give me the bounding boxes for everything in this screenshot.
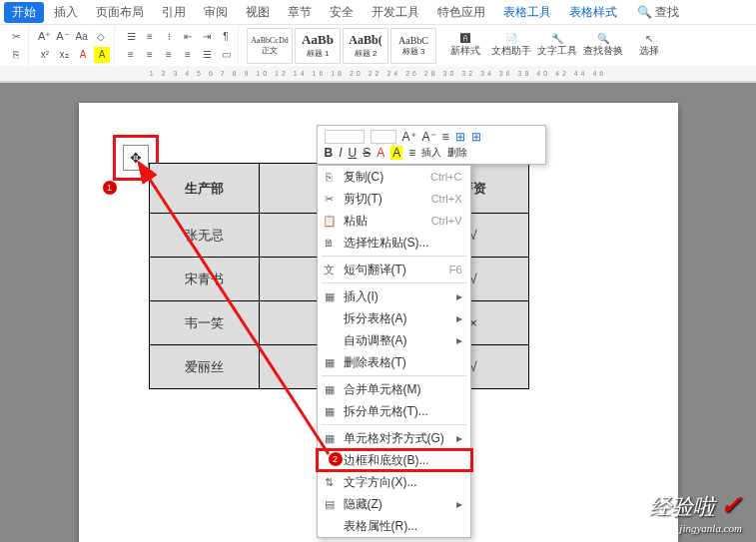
ctx-separator <box>322 375 466 376</box>
tab-bar: 开始 插入 页面布局 引用 审阅 视图 章节 安全 开发工具 特色应用 表格工具… <box>0 0 756 24</box>
new-style-button[interactable]: 🅰 新样式 <box>444 26 486 66</box>
font-shrink-icon[interactable]: A⁻ <box>422 130 436 144</box>
tab-review[interactable]: 审阅 <box>196 2 236 23</box>
ctx-insert[interactable]: ▦插入(I)▸ <box>318 285 470 307</box>
highlight-icon[interactable]: A <box>94 47 110 63</box>
cell-name-2[interactable]: 宋青书 <box>149 258 259 301</box>
list-icon[interactable]: ≡ <box>442 130 449 144</box>
font-size-down[interactable]: A⁻ <box>55 29 70 45</box>
mini-insert[interactable]: 插入 <box>421 146 441 160</box>
mini-delete[interactable]: 删除 <box>447 146 467 160</box>
ctx-delete-table[interactable]: ▦删除表格(T) <box>318 351 470 373</box>
indent-dec-icon[interactable]: ⇤ <box>180 29 196 45</box>
ctx-split-table[interactable]: 拆分表格(A)▸ <box>318 307 470 329</box>
ctx-merge-cells[interactable]: ▦合并单元格(M) <box>318 378 470 400</box>
strike-icon[interactable]: S <box>363 146 371 160</box>
grp-styles: AaBbCcDd正文 AaBb标题 1 AaBb(标题 2 AaBbC标题 3 <box>243 26 440 66</box>
table-grid2-icon[interactable]: ⊞ <box>471 130 481 144</box>
shading-icon[interactable]: ▭ <box>218 47 234 63</box>
font-grow-icon[interactable]: A⁺ <box>402 130 416 144</box>
tab-layout[interactable]: 页面布局 <box>88 2 152 23</box>
cell-name-3[interactable]: 韦一笑 <box>149 301 259 345</box>
style-h1[interactable]: AaBb标题 1 <box>295 28 341 64</box>
font-color-icon[interactable]: A <box>75 47 91 63</box>
align-center-icon[interactable]: ≡ <box>142 47 158 63</box>
col-header-1[interactable]: 生产部 <box>149 164 259 214</box>
search-command[interactable]: 🔍 查找 <box>637 4 679 21</box>
ctx-hide[interactable]: ▤隐藏(Z)▸ <box>318 493 470 515</box>
context-menu: ⎘复制(C)Ctrl+C ✂剪切(T)Ctrl+X 📋粘贴Ctrl+V 🗎选择性… <box>317 165 471 538</box>
chevron-right-icon: ▸ <box>456 497 462 511</box>
ctx-cell-align[interactable]: ▦单元格对齐方式(G)▸ <box>318 427 470 449</box>
find-replace-button[interactable]: 🔍 查找替换 <box>582 26 624 66</box>
hide-icon: ▤ <box>323 498 337 511</box>
line-spacing-icon[interactable]: ☰ <box>199 47 215 63</box>
font-color-mini-icon[interactable]: A <box>377 146 384 160</box>
align-mini-icon[interactable]: ≡ <box>408 146 415 160</box>
align-left-icon[interactable]: ≡ <box>123 47 139 63</box>
indent-inc-icon[interactable]: ⇥ <box>199 29 215 45</box>
tab-start[interactable]: 开始 <box>4 2 44 23</box>
tab-dev[interactable]: 开发工具 <box>364 2 427 23</box>
ctx-split-cells[interactable]: ▦拆分单元格(T)... <box>318 400 470 422</box>
watermark: 经验啦 ✓ jingyanla.com <box>649 490 743 534</box>
cursor-icon: ↖ <box>645 33 653 44</box>
style-h2[interactable]: AaBb(标题 2 <box>343 28 388 64</box>
chevron-right-icon: ▸ <box>456 311 462 325</box>
ctx-separator <box>322 256 466 257</box>
tab-sections[interactable]: 章节 <box>280 2 320 23</box>
annotation-box-2 <box>316 448 473 472</box>
select-button[interactable]: ↖ 选择 <box>628 26 670 66</box>
font-select[interactable] <box>325 130 365 144</box>
ctx-cut[interactable]: ✂剪切(T)Ctrl+X <box>318 188 470 210</box>
ctx-paste[interactable]: 📋粘贴Ctrl+V <box>318 210 470 232</box>
cut-icon[interactable]: ✂ <box>8 29 24 45</box>
ctx-auto-resize[interactable]: 自动调整(A)▸ <box>318 329 470 351</box>
copy-icon[interactable]: ⎘ <box>8 47 24 63</box>
tab-view[interactable]: 视图 <box>238 2 278 23</box>
paste-special-icon: 🗎 <box>323 237 337 249</box>
highlight-mini-icon[interactable]: A <box>390 146 402 160</box>
bold-icon[interactable]: B <box>325 146 334 160</box>
ctx-translate[interactable]: 文短句翻译(T)F6 <box>318 259 470 280</box>
font-size-up[interactable]: A⁺ <box>37 29 52 45</box>
text-tools-button[interactable]: 🔧 文字工具 <box>536 26 578 66</box>
tab-table-tools[interactable]: 表格工具 <box>495 2 559 23</box>
align-right-icon[interactable]: ≡ <box>161 47 177 63</box>
tab-insert[interactable]: 插入 <box>46 2 86 23</box>
para-settings-icon[interactable]: ¶ <box>218 29 234 45</box>
split-icon: ▦ <box>323 405 337 418</box>
font-size-select[interactable] <box>371 130 396 144</box>
ctx-separator <box>322 282 466 283</box>
superscript-icon[interactable]: x² <box>37 47 53 63</box>
document-page[interactable]: ✥ 1 生产部 薪资 张无忌√ 宋青书√ 韦一笑× 爱丽丝√ A⁺ A⁻ ≡ ⊞… <box>79 103 678 542</box>
cell-name-1[interactable]: 张无忌 <box>149 214 259 258</box>
style-normal[interactable]: AaBbCcDd正文 <box>247 28 293 64</box>
change-case-icon[interactable]: Aa <box>74 29 90 45</box>
wrench-icon: 🔧 <box>551 33 563 44</box>
italic-icon[interactable]: I <box>339 146 342 160</box>
align-justify-icon[interactable]: ≡ <box>180 47 196 63</box>
ctx-text-direction[interactable]: ⇅文字方向(X)... <box>318 471 470 493</box>
cell-name-4[interactable]: 爱丽丝 <box>149 345 259 389</box>
tab-refs[interactable]: 引用 <box>154 2 194 23</box>
search-label: 查找 <box>655 4 679 21</box>
subscript-icon[interactable]: x₂ <box>56 47 72 63</box>
style-h3[interactable]: AaBbC标题 3 <box>390 28 436 64</box>
chevron-right-icon: ▸ <box>456 431 462 445</box>
ctx-table-properties[interactable]: 表格属性(R)... <box>318 515 470 537</box>
multilevel-icon[interactable]: ⫶ <box>161 29 177 45</box>
tab-special[interactable]: 特色应用 <box>429 2 493 23</box>
ctx-paste-special[interactable]: 🗎选择性粘贴(S)... <box>318 232 470 254</box>
clear-format-icon[interactable]: ◇ <box>93 29 109 45</box>
underline-icon[interactable]: U <box>349 146 358 160</box>
ruler[interactable]: 1 2 3 4 5 6 7 8 9 10 12 14 16 18 20 22 2… <box>0 66 756 82</box>
tab-safety[interactable]: 安全 <box>322 2 362 23</box>
numbering-icon[interactable]: ≡ <box>142 29 158 45</box>
table-grid-icon[interactable]: ⊞ <box>455 130 465 144</box>
doc-assist-button[interactable]: 📄 文档助手 <box>490 26 532 66</box>
mini-toolbar: A⁺ A⁻ ≡ ⊞ ⊞ B I U S A A ≡ 插入 删除 <box>317 125 546 165</box>
tab-table-style[interactable]: 表格样式 <box>561 2 625 23</box>
bullets-icon[interactable]: ☰ <box>123 29 139 45</box>
ctx-copy[interactable]: ⎘复制(C)Ctrl+C <box>318 166 470 188</box>
